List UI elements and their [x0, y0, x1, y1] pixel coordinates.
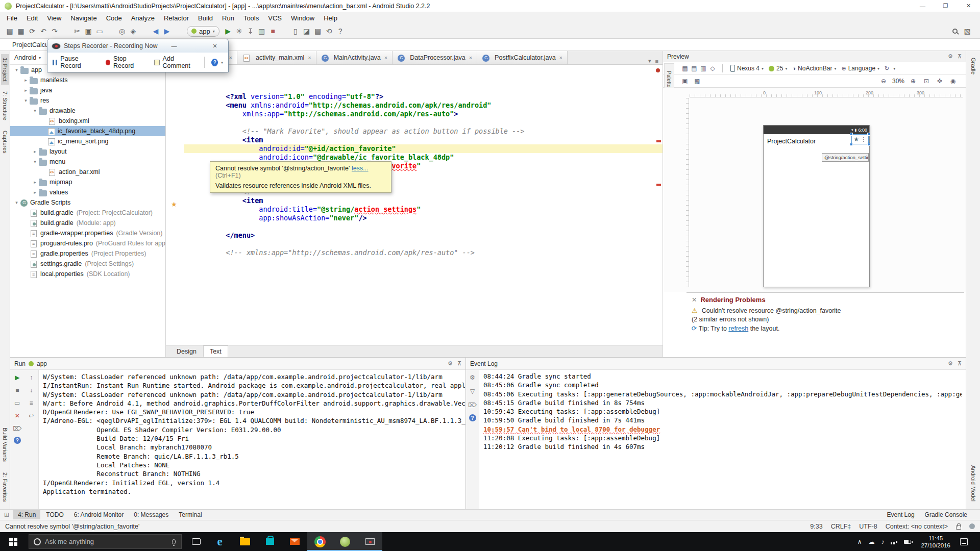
tree-row[interactable]: gradle-wrapper.properties (Gradle Versio… [10, 228, 165, 238]
pause-record-button[interactable]: Pause Record [60, 55, 94, 69]
editor-tab[interactable]: DataProcessor.java × [393, 51, 477, 64]
print-icon[interactable]: ≡ [27, 398, 36, 408]
help-icon[interactable]: ? [211, 59, 218, 66]
menu-item[interactable]: View [42, 12, 66, 24]
toolbar-separator[interactable] [60, 26, 71, 37]
battery-icon[interactable] [904, 540, 911, 544]
close-button[interactable]: ✕ [957, 0, 980, 12]
editor-mode-tab[interactable]: Design [170, 345, 203, 357]
code-editor[interactable]: <?xml version="1.0" encoding="utf-8"?> <… [166, 65, 663, 345]
copy-icon[interactable]: ▣ [83, 26, 94, 37]
locale-combo[interactable]: ⊕ Language ▾ [839, 63, 882, 73]
tab-list-icon[interactable]: ≡ [655, 58, 658, 64]
tree-row[interactable]: ▸ manifests [10, 75, 165, 85]
tree-row[interactable]: proguard-rules.pro (ProGuard Rules for a… [10, 238, 165, 248]
search-everywhere-icon[interactable] [952, 29, 958, 34]
toolbar-separator[interactable] [279, 26, 290, 37]
tree-chevron-icon[interactable]: ▾ [32, 108, 38, 113]
tree-row[interactable]: ▾ drawable [10, 106, 165, 116]
clear-console-icon[interactable]: ⌦ [13, 424, 22, 433]
tree-row[interactable]: build.gradle (Module: app) [10, 218, 165, 228]
menu-item[interactable]: Edit [22, 12, 42, 24]
pan-icon[interactable]: ✜ [935, 77, 944, 86]
taskbar-clock[interactable]: 11:45 27/10/2016 [918, 535, 953, 549]
attach-debugger-icon[interactable]: ↧ [245, 26, 256, 37]
selection-handle[interactable] [867, 143, 870, 146]
tool-stripe-button[interactable]: Captures [1, 127, 9, 157]
tree-row[interactable]: boxing.xml [10, 116, 165, 126]
tool-window-button[interactable]: Gradle Console [920, 510, 972, 519]
project-view-selector[interactable]: Android [14, 54, 36, 61]
forward-icon[interactable]: ▶ [161, 26, 173, 37]
close-tab-icon[interactable]: × [229, 55, 232, 61]
orientation-combo[interactable]: ↻ ▾ [882, 63, 898, 73]
menu-item[interactable]: Run [217, 12, 239, 24]
tool-window-button[interactable]: Event Log [883, 510, 919, 519]
menu-item[interactable]: Navigate [66, 12, 101, 24]
editor-tab[interactable]: activity_main.xml × [237, 51, 316, 64]
tree-row[interactable]: ▾ Gradle Scripts [10, 197, 165, 208]
rerun-icon[interactable]: ▶ [13, 373, 22, 382]
panel-settings-icon[interactable]: ⚙ [948, 360, 953, 367]
save-all-icon[interactable]: ▦ [15, 26, 27, 37]
tab-dropdown-icon[interactable]: ▾ [648, 58, 651, 64]
find-icon[interactable]: ◎ [116, 26, 128, 37]
paste-icon[interactable]: ▭ [94, 26, 105, 37]
editor-tab[interactable]: PostfixCalculator.java × [477, 51, 568, 64]
down-stack-icon[interactable]: ↓ [27, 386, 36, 395]
tool-window-button[interactable]: 4: Run [13, 510, 40, 519]
event-settings-icon[interactable]: ⚙ [468, 373, 477, 382]
menu-item[interactable]: Help [319, 12, 342, 24]
avd-manager-icon[interactable]: ▯ [290, 26, 301, 37]
minimize-button[interactable]: — [167, 43, 181, 49]
panel-settings-icon[interactable]: ⚙ [448, 360, 453, 367]
run-console[interactable]: W/System: ClassLoader referenced unknown… [39, 370, 465, 509]
tree-chevron-icon[interactable]: ▾ [13, 200, 20, 205]
menu-item[interactable]: Analyze [127, 12, 159, 24]
context-indicator[interactable]: Context: <no context> [886, 523, 948, 530]
tree-row[interactable]: ic_menu_sort.png [10, 136, 165, 146]
menu-item[interactable]: Build [193, 12, 217, 24]
taskbar-app-button[interactable] [232, 532, 257, 551]
menu-item[interactable]: VCS [263, 12, 286, 24]
tool-window-button[interactable]: TODO [41, 510, 68, 519]
stop-icon[interactable]: ■ [13, 386, 22, 395]
taskbar-app-button[interactable] [357, 532, 382, 551]
network-icon[interactable] [891, 539, 897, 544]
encoding-indicator[interactable]: UTF-8 [859, 523, 877, 530]
selected-menu-items[interactable]: ★ ⋮ [852, 135, 868, 144]
preview-canvas[interactable]: 0100200300 ▾ ▮ 6:00 ProjectCalculator ★ … [663, 88, 966, 292]
run-tab-label[interactable]: Run [14, 360, 26, 367]
caret-position[interactable]: 9:33 [810, 523, 822, 530]
steps-recorder-window[interactable]: Steps Recorder - Recording Now — ✕ Pause… [47, 39, 229, 72]
tool-stripe-button[interactable]: 1: Project [1, 54, 9, 85]
tool-stripe-button[interactable]: 7: Structure [1, 88, 9, 124]
tool-stripe-button[interactable]: Gradle [969, 54, 977, 78]
close-tab-icon[interactable]: × [384, 55, 387, 61]
event-filter-icon[interactable]: ▽ [468, 387, 477, 396]
tree-chevron-icon[interactable]: ▸ [22, 78, 29, 83]
steps-recorder-titlebar[interactable]: Steps Recorder - Recording Now — ✕ [47, 39, 228, 53]
tree-row[interactable]: ic_favorite_black_48dp.png [10, 126, 165, 136]
hide-panel-icon[interactable]: ⊼ [457, 360, 461, 367]
tree-row[interactable]: ▸ layout [10, 146, 165, 157]
taskbar-app-button[interactable] [282, 532, 307, 551]
close-icon[interactable]: ✕ [692, 296, 697, 304]
android-monitor-icon[interactable]: ▤ [312, 26, 324, 37]
chevron-down-icon[interactable]: ▾ [221, 60, 223, 65]
tree-chevron-icon[interactable]: ▸ [22, 88, 29, 93]
tree-row[interactable]: ▸ values [10, 187, 165, 197]
menu-item[interactable]: File [2, 12, 22, 24]
selection-handle[interactable] [867, 133, 870, 136]
soft-wrap-icon[interactable]: ↩ [27, 411, 36, 420]
start-button[interactable] [0, 532, 26, 551]
selection-handle[interactable] [850, 133, 853, 136]
table-view-icon[interactable]: ▤ [690, 64, 699, 73]
theme-combo[interactable]: ◑ NoActionBar ▾ [790, 63, 839, 73]
event-log-list[interactable]: 08:44:24 Gradle sync started 08:45:06 Gr… [479, 370, 966, 509]
stop-icon[interactable]: ■ [267, 26, 279, 37]
tree-row[interactable]: action_bar.xml [10, 167, 165, 177]
event-help-icon[interactable]: ? [469, 414, 476, 421]
close-button[interactable]: ✕ [208, 43, 222, 49]
restart-activity-icon[interactable]: ▭ [13, 398, 22, 408]
